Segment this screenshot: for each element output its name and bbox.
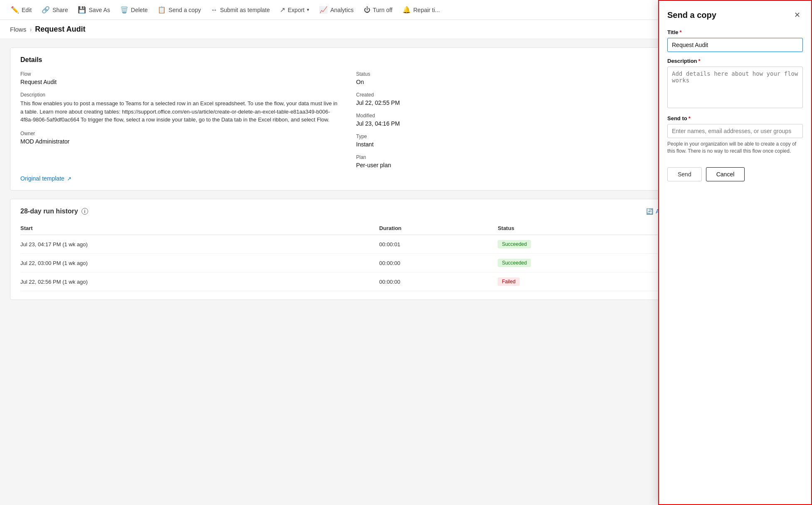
cancel-button[interactable]: Cancel [706,167,745,181]
col-start: Start [20,222,379,235]
modified-label: Modified [356,113,676,119]
panel-actions: Send Cancel [667,167,803,181]
submit-template-icon: ↔ [211,6,217,14]
toolbar-repair[interactable]: 🔔 Repair ti... [398,3,444,16]
col-status: Status [498,222,675,235]
panel-title: Send a copy [667,10,716,20]
created-group: Created Jul 22, 02:55 PM [356,92,676,106]
run-history-card: 28-day run history i 🔄 All runs Start Du… [10,199,686,300]
type-group: Type Instant [356,134,676,148]
type-value: Instant [356,141,676,148]
send-copy-icon: 📋 [158,6,166,14]
toolbar-export-label: Export [288,7,304,13]
run-duration: 00:00:01 [379,235,498,254]
description-textarea[interactable] [667,67,803,108]
send-copy-note: People in your organization will be able… [667,141,803,155]
toolbar-edit[interactable]: ✏️ Edit [7,3,36,16]
description-value: This flow enables you to post a message … [20,99,340,124]
share-icon: 🔗 [42,6,50,14]
toolbar-submit-template-label: Submit as template [220,7,270,13]
breadcrumb-separator: › [30,26,32,33]
owner-label: Owner [20,131,340,136]
table-row[interactable]: Jul 23, 04:17 PM (1 wk ago)00:00:01Succe… [20,235,675,254]
send-to-input[interactable] [667,124,803,138]
details-left-col: Flow Request Audit Description This flow… [20,71,340,168]
modified-value: Jul 23, 04:16 PM [356,120,676,127]
plan-group: Plan Per-user plan [356,154,676,168]
table-row[interactable]: Jul 22, 03:00 PM (1 wk ago)00:00:00Succe… [20,254,675,272]
content-area: Details Edit Flow Request Audit Descript… [0,39,696,504]
table-row[interactable]: Jul 22, 02:56 PM (1 wk ago)00:00:00Faile… [20,272,675,291]
panel-header: Send a copy ✕ [667,9,803,21]
title-input[interactable] [667,38,803,52]
modified-group: Modified Jul 23, 04:16 PM [356,113,676,127]
original-template-label: Original template [20,175,64,182]
breadcrumb-current: Request Audit [35,25,85,34]
flow-label: Flow [20,71,340,77]
toolbar-analytics[interactable]: 📈 Analytics [315,3,358,16]
toolbar-save-as-label: Save As [89,7,110,13]
breadcrumb-flows[interactable]: Flows [10,26,26,33]
save-as-icon: 💾 [78,6,86,14]
details-card-header: Details Edit [20,56,675,64]
details-grid: Flow Request Audit Description This flow… [20,71,675,168]
external-link-icon: ↗ [67,176,72,182]
owner-group: Owner MOD Administrator [20,131,340,145]
run-start: Jul 22, 02:56 PM (1 wk ago) [20,272,379,291]
status-group: Status On [356,71,676,85]
run-duration: 00:00:00 [379,272,498,291]
description-required-star: * [698,58,701,64]
toolbar-delete[interactable]: 🗑️ Delete [116,3,152,16]
title-form-label: Title * [667,29,803,35]
created-value: Jul 22, 02:55 PM [356,99,676,106]
run-history-header: 28-day run history i 🔄 All runs [20,208,675,215]
send-button[interactable]: Send [667,167,702,181]
run-status: Succeeded [498,254,675,272]
type-label: Type [356,134,676,139]
toolbar-send-copy-label: Send a copy [168,7,201,13]
title-required-star: * [680,29,682,35]
status-badge: Succeeded [498,240,531,248]
owner-value: MOD Administrator [20,138,340,145]
send-copy-panel: Send a copy ✕ Title * Description * Send… [658,0,812,505]
run-history-table: Start Duration Status Jul 23, 04:17 PM (… [20,222,675,291]
run-duration: 00:00:00 [379,254,498,272]
title-form-group: Title * [667,29,803,52]
run-status: Succeeded [498,235,675,254]
description-group: Description This flow enables you to pos… [20,92,340,124]
description-form-label: Description * [667,58,803,64]
toolbar-repair-label: Repair ti... [413,7,440,13]
toolbar-save-as[interactable]: 💾 Save As [74,3,114,16]
toolbar-turn-off[interactable]: ⏻ Turn off [360,4,397,16]
toolbar-submit-template[interactable]: ↔ Submit as template [207,4,274,16]
run-start: Jul 22, 03:00 PM (1 wk ago) [20,254,379,272]
plan-label: Plan [356,154,676,160]
toolbar-edit-label: Edit [22,7,32,13]
created-label: Created [356,92,676,98]
toolbar-send-copy[interactable]: 📋 Send a copy [153,3,205,16]
info-icon[interactable]: i [81,208,88,215]
delete-icon: 🗑️ [120,6,128,14]
toolbar-share[interactable]: 🔗 Share [37,3,72,16]
description-label: Description [20,92,340,98]
run-history-title-group: 28-day run history i [20,208,88,215]
export-icon: ↗ [280,6,285,14]
panel-close-button[interactable]: ✕ [791,9,803,21]
edit-icon: ✏️ [11,6,19,14]
details-title: Details [20,56,42,64]
status-label: Status [356,71,676,77]
status-value: On [356,79,676,85]
send-to-form-group: Send to * People in your organization wi… [667,115,803,155]
run-table-header-row: Start Duration Status [20,222,675,235]
send-to-form-label: Send to * [667,115,803,121]
description-form-group: Description * [667,58,803,109]
export-chevron-icon: ▾ [307,7,309,12]
original-template-link[interactable]: Original template ↗ [20,175,72,182]
refresh-icon: 🔄 [646,208,653,215]
toolbar-export[interactable]: ↗ Export ▾ [276,3,313,16]
turn-off-icon: ⏻ [364,6,370,14]
details-card: Details Edit Flow Request Audit Descript… [10,47,686,191]
details-right-col: Status On Created Jul 22, 02:55 PM Modif… [356,71,676,168]
status-badge: Failed [498,277,520,286]
run-status: Failed [498,272,675,291]
